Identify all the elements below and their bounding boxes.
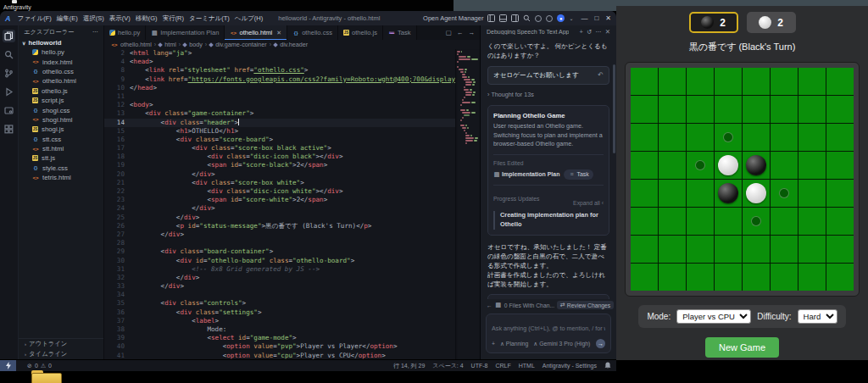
board-cell[interactable] (659, 236, 686, 263)
minimize-button[interactable]: — (581, 14, 587, 22)
send-button[interactable]: → (596, 339, 605, 348)
thought-toggle[interactable]: › Thought for 13s (487, 91, 609, 99)
history-icon[interactable]: ↺ (587, 28, 592, 36)
file-item-othello.js[interactable]: JSothello.js (19, 86, 103, 96)
board-cell[interactable] (743, 124, 770, 151)
explorer-more-icon[interactable]: ⋯ (92, 28, 98, 36)
board-cell[interactable] (687, 264, 714, 291)
more-options-icon[interactable]: ⋯ (595, 28, 602, 36)
code-line[interactable]: 39 <select id="game-mode"> (104, 334, 455, 342)
board-cell[interactable] (659, 124, 686, 151)
board-cell[interactable] (631, 208, 658, 235)
board-cell[interactable] (743, 180, 770, 207)
split-editor-icon[interactable]: ▢ (446, 29, 452, 36)
code-line[interactable]: 30 <div id="othello-board" class="othell… (104, 257, 455, 265)
code-line[interactable]: 36 <div class="settings"> (104, 308, 455, 317)
board-cell[interactable] (659, 264, 686, 291)
code-line[interactable]: 11 (104, 92, 455, 101)
code-line[interactable]: 34 (104, 291, 455, 299)
file-item-shogi.js[interactable]: JSshogi.js (19, 125, 103, 134)
code-line[interactable]: 15 <h1>OTHELLO</h1> (104, 127, 455, 136)
code-line[interactable]: 27 </div> (104, 230, 455, 239)
resend-icon[interactable]: ↶ (598, 70, 604, 80)
board-cell[interactable] (687, 152, 714, 179)
statusbar-item[interactable]: CRLF (495, 363, 510, 369)
board-cell[interactable] (715, 180, 742, 207)
board-cell[interactable] (743, 152, 770, 179)
search-sidebar-icon[interactable] (3, 48, 15, 61)
new-game-button[interactable]: New Game (705, 337, 779, 358)
chat-input[interactable] (492, 325, 605, 332)
board-cell[interactable] (715, 264, 742, 291)
tab-othello.html[interactable]: <>othello.html✕ (225, 25, 287, 40)
back-icon[interactable]: ← (487, 303, 492, 308)
menu-item[interactable]: 移動(G) (136, 14, 158, 23)
board-cell[interactable] (631, 264, 658, 291)
code-line[interactable]: 13 <div class="game-container"> (104, 109, 455, 118)
code-line[interactable]: 8 <link rel="stylesheet" href="othello.c… (104, 66, 455, 75)
board-cell[interactable] (631, 236, 658, 263)
board-cell[interactable] (798, 124, 826, 151)
board-cell[interactable] (798, 68, 826, 95)
breadcrumb[interactable]: <>othello.html›html›body›div.game-contai… (104, 40, 480, 49)
sidebar-section-タイムライン[interactable]: ›タイムライン (19, 349, 103, 359)
board-cell[interactable] (659, 96, 686, 123)
source-control-icon[interactable] (3, 67, 15, 80)
board-cell[interactable] (715, 208, 742, 235)
board-cell[interactable] (798, 208, 826, 235)
code-line[interactable]: 4<head> (104, 58, 455, 66)
code-line[interactable]: 21 <div class="score-box white"> (104, 179, 455, 187)
statusbar-item[interactable]: UTF-8 (471, 363, 488, 369)
file-item-shogi.css[interactable]: {}shogi.css (19, 105, 103, 114)
notifications-bell-icon[interactable] (604, 362, 611, 369)
code-line[interactable]: 32 </div> (104, 274, 455, 282)
code-line[interactable]: 12<body> (104, 101, 455, 109)
board-cell[interactable] (771, 208, 798, 235)
open-agent-manager-button[interactable]: Open Agent Manager (423, 14, 483, 22)
problems-indicator[interactable]: ⊘0 ⚠0 (27, 363, 52, 369)
board-cell[interactable] (687, 124, 714, 151)
code-line[interactable]: 19 <span id="score-black">2</span> (104, 161, 455, 169)
code-line[interactable]: 18 <div class="disc-icon black"></div> (104, 153, 455, 161)
board-cell[interactable] (826, 208, 854, 235)
back-icon[interactable]: ← (457, 29, 464, 36)
code-line[interactable]: 9 <link href="https://fonts.googleapis.c… (104, 75, 455, 84)
file-item-stt.html[interactable]: <>stt.html (19, 144, 103, 153)
maximize-button[interactable]: □ (594, 14, 598, 22)
board-cell[interactable] (715, 152, 742, 179)
chevron-down-icon[interactable]: ⌄ (569, 15, 573, 21)
valid-move-hint[interactable] (695, 160, 705, 170)
file-item-style.css[interactable]: {}style.css (19, 164, 103, 173)
breadcrumb-item[interactable]: html (164, 41, 176, 48)
close-panel-icon[interactable]: ✕ (605, 28, 610, 36)
statusbar-item[interactable]: Antigravity - Settings (542, 363, 597, 369)
board-cell[interactable] (631, 68, 658, 95)
board-cell[interactable] (715, 124, 742, 151)
code-line[interactable]: 33 </div> (104, 282, 455, 291)
valid-move-hint[interactable] (751, 216, 761, 226)
mode-chip[interactable]: ∧ Planning (500, 341, 528, 347)
file-item-hello.py[interactable]: hello.py (19, 47, 103, 57)
code-line[interactable]: 35 <div class="controls"> (104, 299, 455, 308)
board-cell[interactable] (631, 152, 658, 179)
code-line[interactable]: 10</head> (104, 84, 455, 92)
tab-Implementation Plan[interactable]: ▤Implementation Plan (146, 25, 225, 40)
board-cell[interactable] (687, 96, 714, 123)
board-cell[interactable] (771, 68, 798, 95)
review-changes-button[interactable]: ⇄Review Changes (557, 301, 614, 309)
menu-item[interactable]: 選択(S) (83, 14, 104, 23)
code-line[interactable]: 29 <div class="board-container"> (104, 247, 455, 256)
file-item-othello.html[interactable]: <>othello.html (19, 76, 103, 86)
sidebar-section-アウトライン[interactable]: ›アウトライン (19, 339, 103, 349)
panel-layout-icon[interactable] (487, 14, 495, 22)
code-line[interactable]: 14 <div class="header"> (104, 119, 455, 127)
new-chat-icon[interactable]: + (580, 28, 583, 36)
menu-item[interactable]: ターミナル(T) (189, 14, 230, 23)
board-cell[interactable] (771, 180, 798, 207)
chat-scrollbar[interactable] (613, 64, 615, 153)
board-cell[interactable] (771, 96, 798, 123)
board-cell[interactable] (687, 68, 714, 95)
code-line[interactable]: 40 <option value="pvp">Player vs Player<… (104, 342, 455, 351)
breadcrumb-item[interactable]: div.game-container (215, 41, 267, 48)
breadcrumb-item[interactable]: body (189, 41, 203, 48)
